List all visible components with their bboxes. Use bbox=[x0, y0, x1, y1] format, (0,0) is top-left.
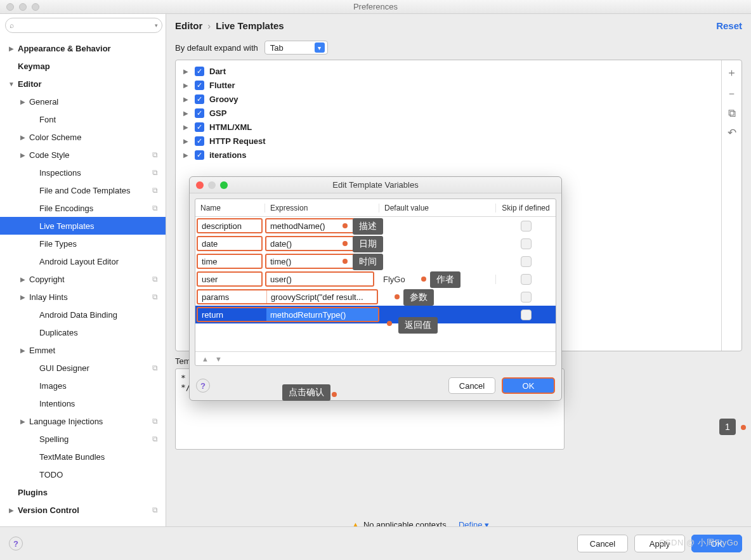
revert-icon[interactable]: ↶ bbox=[728, 126, 736, 140]
variable-row[interactable]: descriptionmethodName()描述 bbox=[195, 217, 556, 235]
group-checkbox[interactable] bbox=[195, 81, 204, 90]
zoom-traffic[interactable] bbox=[32, 3, 39, 11]
variables-table[interactable]: Name Expression Default value Skip if de… bbox=[195, 199, 556, 366]
remove-icon[interactable]: － bbox=[726, 86, 737, 101]
skip-checkbox[interactable] bbox=[521, 292, 532, 303]
group-checkbox[interactable] bbox=[195, 122, 204, 132]
move-down-icon[interactable]: ▼ bbox=[215, 355, 222, 363]
template-group-row[interactable]: HTTP Request bbox=[176, 134, 721, 148]
variable-row[interactable]: paramsgroovyScript("def result...参数 bbox=[195, 288, 556, 306]
template-group-row[interactable]: HTML/XML bbox=[176, 120, 721, 134]
sidebar-item[interactable]: GUI Designer⧉ bbox=[0, 359, 166, 377]
var-name-cell[interactable]: description bbox=[197, 218, 263, 233]
help-button[interactable]: ? bbox=[9, 537, 23, 550]
disclosure-arrow-icon[interactable] bbox=[8, 81, 15, 88]
template-group-row[interactable]: iterations bbox=[176, 148, 721, 162]
dialog-help-button[interactable]: ? bbox=[196, 379, 210, 393]
sidebar-item[interactable]: Android Layout Editor bbox=[0, 252, 166, 270]
sidebar-item[interactable]: File and Code Templates⧉ bbox=[0, 181, 166, 199]
group-checkbox[interactable] bbox=[195, 108, 204, 118]
minimize-traffic[interactable] bbox=[19, 3, 27, 11]
group-checkbox[interactable] bbox=[195, 136, 204, 146]
apply-button[interactable]: Apply bbox=[634, 535, 685, 552]
var-expr-cell[interactable]: groovyScript("def result... bbox=[266, 290, 377, 303]
cancel-button[interactable]: Cancel bbox=[577, 535, 628, 552]
disclosure-arrow-icon[interactable] bbox=[182, 68, 190, 75]
sidebar-item[interactable]: Images bbox=[0, 377, 166, 394]
sidebar-item[interactable]: Color Scheme bbox=[0, 128, 166, 146]
sidebar-item[interactable]: File Encodings⧉ bbox=[0, 199, 166, 217]
sidebar-item[interactable]: Spelling⧉ bbox=[0, 430, 166, 448]
disclosure-arrow-icon[interactable] bbox=[19, 134, 27, 141]
disclosure-arrow-icon[interactable] bbox=[182, 96, 190, 103]
dialog-close-traffic[interactable] bbox=[196, 181, 204, 189]
sidebar-item[interactable]: Language Injections⧉ bbox=[0, 412, 166, 430]
disclosure-arrow-icon[interactable] bbox=[19, 152, 27, 159]
group-checkbox[interactable] bbox=[195, 150, 204, 160]
skip-checkbox[interactable] bbox=[521, 256, 532, 267]
disclosure-arrow-icon[interactable] bbox=[19, 276, 27, 283]
disclosure-arrow-icon[interactable] bbox=[182, 138, 190, 145]
var-name-cell[interactable]: time bbox=[197, 254, 263, 269]
close-traffic[interactable] bbox=[6, 3, 14, 11]
var-name-cell[interactable]: user bbox=[197, 271, 263, 287]
ok-button[interactable]: OK bbox=[691, 535, 742, 552]
sidebar-item[interactable]: Android Data Binding bbox=[0, 306, 166, 323]
template-group-row[interactable]: Flutter bbox=[176, 78, 721, 92]
disclosure-arrow-icon[interactable] bbox=[19, 98, 27, 105]
sidebar-item[interactable]: Version Control⧉ bbox=[0, 501, 166, 519]
template-group-row[interactable]: Dart bbox=[176, 64, 721, 78]
disclosure-arrow-icon[interactable] bbox=[19, 294, 27, 301]
sidebar-item[interactable]: Intentions bbox=[0, 394, 166, 412]
group-checkbox[interactable] bbox=[195, 94, 204, 104]
var-expr-cell[interactable]: user() bbox=[265, 271, 374, 287]
disclosure-arrow-icon[interactable] bbox=[182, 82, 190, 89]
sidebar-item[interactable]: Inspections⧉ bbox=[0, 164, 166, 181]
search-input[interactable] bbox=[14, 20, 153, 30]
skip-checkbox[interactable] bbox=[521, 221, 532, 231]
sidebar-item[interactable]: Appearance & Behavior bbox=[0, 39, 166, 57]
disclosure-arrow-icon[interactable] bbox=[8, 507, 15, 514]
disclosure-arrow-icon[interactable] bbox=[19, 418, 27, 425]
sidebar-search[interactable]: ⌕ ▾ bbox=[5, 18, 162, 33]
dialog-zoom-traffic[interactable] bbox=[220, 181, 228, 189]
sidebar-item[interactable]: Font bbox=[0, 110, 166, 128]
expand-with-select[interactable]: Tab bbox=[264, 41, 328, 55]
variable-row[interactable]: returnmethodReturnType()返回值 bbox=[195, 306, 556, 323]
settings-tree[interactable]: Appearance & BehaviorKeymapEditorGeneral… bbox=[0, 37, 166, 526]
sidebar-item[interactable]: Duplicates bbox=[0, 323, 166, 341]
variable-row[interactable]: datedate()日期 bbox=[195, 235, 556, 252]
sidebar-item[interactable]: File Types bbox=[0, 235, 166, 252]
skip-checkbox[interactable] bbox=[521, 274, 532, 285]
breadcrumb-root[interactable]: Editor bbox=[175, 20, 202, 31]
search-history-icon[interactable]: ▾ bbox=[155, 22, 158, 29]
sidebar-item[interactable]: Keymap bbox=[0, 57, 166, 75]
sidebar-item[interactable]: General bbox=[0, 93, 166, 110]
move-up-icon[interactable]: ▲ bbox=[202, 355, 209, 363]
sidebar-item[interactable]: Plugins bbox=[0, 483, 166, 501]
variable-row[interactable]: useruser()FlyGo作者 bbox=[195, 270, 556, 288]
sidebar-item[interactable]: Code Style⧉ bbox=[0, 146, 166, 164]
var-name-cell[interactable]: return bbox=[198, 310, 266, 320]
variable-row[interactable]: timetime()时间 bbox=[195, 252, 556, 270]
sidebar-item[interactable]: TextMate Bundles bbox=[0, 448, 166, 466]
var-name-cell[interactable]: date bbox=[197, 236, 263, 251]
disclosure-arrow-icon[interactable] bbox=[182, 110, 190, 117]
copy-icon[interactable]: ⧉ bbox=[728, 107, 736, 120]
disclosure-arrow-icon[interactable] bbox=[19, 347, 27, 354]
sidebar-item[interactable]: Emmet bbox=[0, 341, 166, 359]
sidebar-item[interactable]: Inlay Hints⧉ bbox=[0, 288, 166, 306]
sidebar-item[interactable]: TODO bbox=[0, 466, 166, 483]
skip-checkbox[interactable] bbox=[521, 309, 532, 320]
var-expr-cell[interactable]: methodReturnType() bbox=[266, 308, 378, 321]
dialog-ok-button[interactable]: OK bbox=[502, 377, 555, 394]
template-group-row[interactable]: Groovy bbox=[176, 92, 721, 106]
reset-link[interactable]: Reset bbox=[716, 20, 742, 31]
sidebar-item[interactable]: Editor bbox=[0, 75, 166, 93]
sidebar-item[interactable]: Live Templates bbox=[0, 217, 166, 235]
add-icon[interactable]: ＋ bbox=[726, 65, 737, 80]
disclosure-arrow-icon[interactable] bbox=[182, 152, 190, 159]
group-checkbox[interactable] bbox=[195, 67, 204, 76]
disclosure-arrow-icon[interactable] bbox=[182, 124, 190, 131]
sidebar-item[interactable]: Copyright⧉ bbox=[0, 270, 166, 288]
